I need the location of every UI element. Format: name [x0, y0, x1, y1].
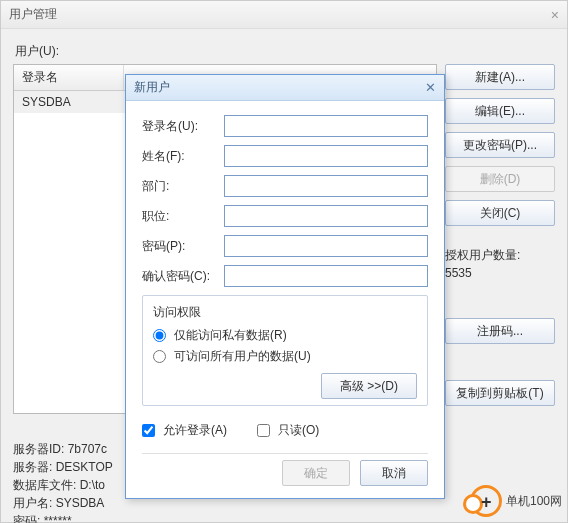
label-login: 登录名(U): — [142, 118, 224, 135]
watermark: + 单机100网 — [470, 485, 562, 517]
radio-all-row[interactable]: 可访问所有用户的数据(U) — [153, 348, 417, 365]
allow-login-row[interactable]: 允许登录(A) — [142, 422, 227, 439]
auth-count-block: 授权用户数量: 5535 — [445, 246, 555, 282]
radio-all-label: 可访问所有用户的数据(U) — [174, 348, 311, 365]
advanced-button[interactable]: 高级 >>(D) — [321, 373, 417, 399]
modal-close-icon[interactable]: ✕ — [425, 80, 436, 95]
label-dept: 部门: — [142, 178, 224, 195]
change-password-button[interactable]: 更改密码(P)... — [445, 132, 555, 158]
label-password: 密码(P): — [142, 238, 224, 255]
access-fieldset: 访问权限 仅能访问私有数据(R) 可访问所有用户的数据(U) 高级 >>(D) — [142, 295, 428, 406]
readonly-label: 只读(O) — [278, 422, 319, 439]
modal-title: 新用户 — [134, 79, 170, 96]
position-input[interactable] — [224, 205, 428, 227]
name-input[interactable] — [224, 145, 428, 167]
allow-login-label: 允许登录(A) — [163, 422, 227, 439]
watermark-text: 单机100网 — [506, 493, 562, 510]
password-input[interactable] — [224, 235, 428, 257]
readonly-row[interactable]: 只读(O) — [257, 422, 319, 439]
col-login[interactable]: 登录名 — [14, 65, 124, 90]
cell-login: SYSDBA — [14, 91, 79, 113]
access-legend: 访问权限 — [153, 304, 417, 321]
close-button[interactable]: 关闭(C) — [445, 200, 555, 226]
radio-private[interactable] — [153, 329, 166, 342]
ok-button[interactable]: 确定 — [282, 460, 350, 486]
radio-private-row[interactable]: 仅能访问私有数据(R) — [153, 327, 417, 344]
side-buttons: 新建(A)... 编辑(E)... 更改密码(P)... 删除(D) 关闭(C)… — [445, 64, 555, 414]
user-label: 用户(U): — [15, 43, 59, 60]
modal-titlebar: 新用户 ✕ — [126, 75, 444, 101]
main-titlebar: 用户管理 × — [1, 1, 567, 29]
new-button[interactable]: 新建(A)... — [445, 64, 555, 90]
confirm-password-input[interactable] — [224, 265, 428, 287]
main-close-icon[interactable]: × — [551, 7, 559, 23]
label-confirm: 确认密码(C): — [142, 268, 224, 285]
allow-login-checkbox[interactable] — [142, 424, 155, 437]
label-position: 职位: — [142, 208, 224, 225]
main-title: 用户管理 — [9, 6, 57, 23]
label-name: 姓名(F): — [142, 148, 224, 165]
watermark-icon: + — [470, 485, 502, 517]
radio-all[interactable] — [153, 350, 166, 363]
dept-input[interactable] — [224, 175, 428, 197]
radio-private-label: 仅能访问私有数据(R) — [174, 327, 287, 344]
cancel-button[interactable]: 取消 — [360, 460, 428, 486]
copy-clipboard-button[interactable]: 复制到剪贴板(T) — [445, 380, 555, 406]
edit-button[interactable]: 编辑(E)... — [445, 98, 555, 124]
login-input[interactable] — [224, 115, 428, 137]
new-user-dialog: 新用户 ✕ 登录名(U): 姓名(F): 部门: 职位: 密码(P): 确认密码… — [125, 74, 445, 499]
delete-button[interactable]: 删除(D) — [445, 166, 555, 192]
readonly-checkbox[interactable] — [257, 424, 270, 437]
auth-count-value: 5535 — [445, 264, 555, 282]
auth-count-label: 授权用户数量: — [445, 246, 555, 264]
register-button[interactable]: 注册码... — [445, 318, 555, 344]
